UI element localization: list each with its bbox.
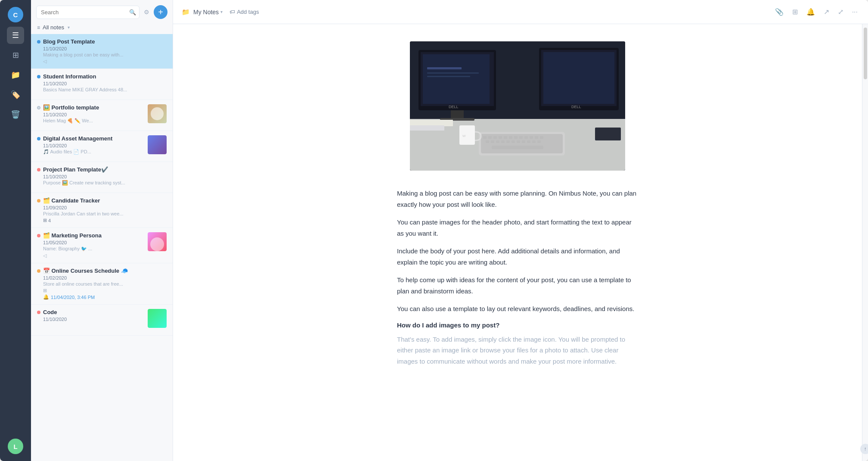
note-preview: Helen Mag 🍕 ✏️ We... — [37, 118, 148, 124]
note-dot-orange — [37, 269, 40, 273]
svg-rect-39 — [492, 146, 543, 149]
svg-rect-20 — [504, 136, 507, 139]
note-title: 📅 Online Courses Schedule 🧢 — [43, 268, 167, 274]
all-notes-label: All notes — [43, 24, 64, 31]
note-dot-orange — [37, 199, 40, 202]
sidebar-item-tags[interactable]: 🏷️ — [7, 86, 24, 103]
share-icon[interactable]: ↗ — [822, 6, 831, 18]
scrollbar-thumb[interactable] — [864, 28, 867, 79]
add-note-button[interactable]: + — [154, 5, 167, 19]
note-shared-date: 🔔11/04/2020, 3:46 PM — [37, 294, 167, 300]
scroll-to-top-button[interactable]: ↑ — [860, 444, 868, 454]
note-date: 11/10/2020 — [37, 317, 148, 322]
note-title: 🖼️ Portfolio template — [43, 104, 148, 111]
note-date: 11/10/2020 — [37, 81, 167, 86]
note-date: 11/10/2020 — [37, 46, 167, 51]
search-input[interactable] — [36, 6, 140, 19]
note-item-portfolio-template[interactable]: 🖼️ Portfolio template 11/10/2020 Helen M… — [31, 100, 173, 131]
note-date: 11/09/2020 — [37, 205, 167, 210]
note-title: Digital Asset Management — [43, 135, 148, 142]
filter-icon[interactable]: ⚙ — [142, 7, 151, 17]
svg-rect-33 — [512, 140, 515, 143]
note-faded-text: That's easy. To add images, simply click… — [397, 334, 638, 367]
sidebar-item-menu[interactable]: ☰ — [7, 27, 24, 44]
note-date: 11/02/2020 — [37, 275, 167, 280]
sidebar-item-trash[interactable]: 🗑️ — [7, 106, 24, 123]
user-avatar-top[interactable]: C — [8, 7, 23, 22]
note-item-student-information[interactable]: Student Information 11/10/2020 Basics Na… — [31, 69, 173, 100]
note-item-candidate-tracker[interactable]: 🗂️ Candidate Tracker 11/09/2020 Priscill… — [31, 193, 173, 228]
note-item-online-courses-schedule[interactable]: 📅 Online Courses Schedule 🧢 11/02/2020 S… — [31, 263, 173, 305]
scrollbar-area: ↑ — [862, 24, 868, 461]
search-bar: 🔍 ⚙ + — [31, 0, 173, 22]
sidebar-item-folder[interactable]: 📁 — [7, 66, 24, 84]
note-dot-blue — [37, 137, 40, 140]
note-paragraph-1: Making a blog post can be easy with some… — [397, 188, 638, 210]
svg-rect-13 — [427, 76, 470, 77]
svg-rect-29 — [491, 140, 494, 143]
main-content: 📁 My Notes ▾ 🏷 Add tags 📎 ⊞ 🔔 ↗ ⤢ ··· — [173, 0, 868, 461]
note-thumbnail — [148, 135, 167, 154]
note-content-scroll[interactable]: W DELL DELL Making a blog post can be ea… — [173, 24, 862, 461]
folder-icon: 📁 — [182, 8, 190, 16]
note-thumbnail — [148, 104, 167, 123]
note-item-blog-post-template[interactable]: Blog Post Template 11/10/2020 Making a b… — [31, 34, 173, 69]
note-date: 11/10/2020 — [37, 143, 148, 148]
note-preview: Purpose 🖼️ Create new tracking syst... — [37, 180, 167, 186]
note-title: 🗂️ Marketing Persona — [43, 232, 148, 239]
user-avatar-bottom[interactable]: L — [8, 439, 23, 454]
note-title: Student Information — [43, 73, 167, 80]
hero-image: W DELL DELL — [410, 41, 625, 171]
svg-rect-35 — [522, 140, 525, 143]
note-item-code[interactable]: Code 11/10/2020 — [31, 305, 173, 336]
note-date: 11/05/2020 — [37, 240, 148, 245]
breadcrumb-chevron-icon[interactable]: ▾ — [220, 9, 223, 14]
add-tags-button[interactable]: 🏷 Add tags — [226, 7, 262, 17]
svg-rect-37 — [532, 140, 536, 143]
svg-text:DELL: DELL — [571, 105, 581, 109]
note-dot-red — [37, 168, 40, 171]
note-item-digital-asset-management[interactable]: Digital Asset Management 11/10/2020 🎵 Au… — [31, 131, 173, 162]
svg-rect-19 — [499, 136, 502, 139]
note-preview: Basics Name MIKE GRAY Address 48... — [37, 87, 167, 92]
all-notes-header[interactable]: ≡ All notes ▾ — [31, 22, 173, 34]
attach-icon[interactable]: 📎 — [773, 6, 785, 18]
note-paragraph-3: Include the body of your post here. Add … — [397, 246, 638, 268]
note-dot-gray — [37, 106, 40, 109]
note-preview: Name: Biography 🐦 ... — [37, 246, 148, 252]
svg-rect-31 — [501, 140, 505, 143]
svg-rect-10 — [543, 52, 614, 104]
svg-rect-24 — [524, 136, 528, 139]
svg-rect-26 — [535, 136, 538, 139]
note-date: 11/10/2020 — [37, 112, 148, 117]
tag-icon: 🏷 — [229, 9, 235, 15]
grid-view-icon[interactable]: ⊞ — [790, 6, 800, 18]
svg-rect-23 — [519, 136, 523, 139]
svg-rect-5 — [451, 110, 464, 119]
svg-rect-46 — [595, 128, 621, 140]
note-dot-blue — [37, 40, 40, 44]
svg-rect-12 — [427, 72, 479, 74]
icon-bar: C ☰ ⊞ 📁 🏷️ 🗑️ L — [0, 0, 31, 461]
svg-rect-38 — [537, 140, 541, 143]
note-heading-images: How do I add images to my post? — [397, 321, 638, 329]
sidebar-item-grid[interactable]: ⊞ — [7, 47, 24, 64]
notes-list: Blog Post Template 11/10/2020 Making a b… — [31, 34, 173, 461]
note-thumbnail — [148, 309, 167, 328]
note-item-marketing-persona[interactable]: 🗂️ Marketing Persona 11/05/2020 Name: Bi… — [31, 228, 173, 263]
note-title: 🗂️ Candidate Tracker — [43, 197, 167, 204]
svg-rect-27 — [540, 136, 543, 139]
notifications-icon[interactable]: 🔔 — [805, 6, 817, 18]
search-input-wrap: 🔍 — [36, 6, 140, 19]
note-paragraph-5: You can also use a template to lay out r… — [397, 303, 638, 315]
note-body: Making a blog post can be easy with some… — [397, 188, 638, 367]
svg-rect-28 — [486, 140, 489, 143]
expand-icon[interactable]: ⤢ — [836, 6, 845, 18]
svg-rect-42 — [410, 120, 453, 126]
note-item-project-plan-template[interactable]: Project Plan Template✔️ 11/10/2020 Purpo… — [31, 162, 173, 193]
note-dot-red — [37, 311, 40, 314]
more-options-icon[interactable]: ··· — [850, 6, 859, 18]
note-dot-blue — [37, 75, 40, 78]
note-preview: Store all online courses that are free..… — [37, 281, 167, 287]
note-date: 11/10/2020 — [37, 174, 167, 179]
